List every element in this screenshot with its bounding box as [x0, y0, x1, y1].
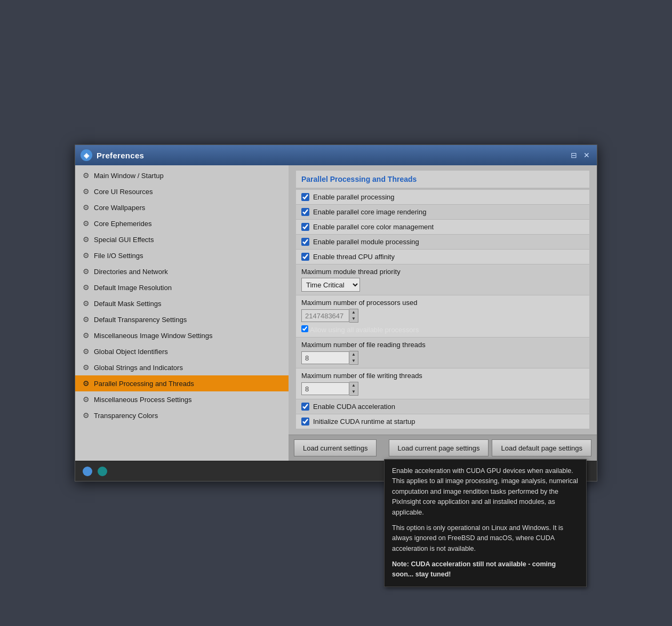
enable-cuda-label[interactable]: Enable CUDA acceleration — [301, 403, 395, 411]
cuda-tooltip: Enable acceleration with CUDA GPU device… — [384, 459, 587, 587]
content-scroll: Parallel Processing and Threads Enable p… — [289, 165, 597, 435]
file-reading-threads-up-button[interactable]: ▲ — [349, 351, 358, 358]
file-reading-threads-spinbox: ▲ ▼ — [301, 351, 358, 365]
enable-parallel-core-image-checkbox[interactable] — [301, 208, 309, 216]
sidebar-item-default-mask-settings[interactable]: ⚙ Default Mask Settings — [75, 295, 289, 311]
enable-thread-cpu-affinity-text: Enable thread CPU affinity — [313, 253, 395, 261]
setting-group-max-processors: Maximum number of processors used ▲ ▼ — [296, 295, 589, 338]
load-current-settings-button[interactable]: Load current settings — [294, 439, 377, 456]
enable-parallel-processing-label[interactable]: Enable parallel processing — [301, 193, 394, 201]
sidebar-item-transparency-colors[interactable]: ⚙ Transparency Colors — [75, 407, 289, 423]
section-title: Parallel Processing and Threads — [301, 175, 417, 183]
sidebar-item-directories-and-network[interactable]: ⚙ Directories and Network — [75, 263, 289, 279]
enable-parallel-processing-text: Enable parallel processing — [313, 193, 394, 201]
sidebar-item-core-wallpapers[interactable]: ⚙ Core Wallpapers — [75, 199, 289, 215]
thread-priority-input-row: Idle Lowest Low Normal High Highest Time… — [301, 278, 584, 292]
setting-group-file-writing-threads: Maximum number of file writing threads ▲… — [296, 368, 589, 399]
main-content: Parallel Processing and Threads Enable p… — [289, 165, 597, 461]
setting-row-enable-cuda: Enable CUDA acceleration — [296, 399, 589, 414]
sidebar-item-main-window[interactable]: ⚙ Main Window / Startup — [75, 167, 289, 183]
gear-icon: ⚙ — [83, 331, 90, 340]
sidebar-item-miscellaneous-process[interactable]: ⚙ Miscellaneous Process Settings — [75, 391, 289, 407]
max-processors-down-button[interactable]: ▼ — [349, 316, 358, 322]
enable-parallel-processing-checkbox[interactable] — [301, 193, 309, 201]
close-button[interactable]: ✕ — [582, 150, 591, 160]
status-left — [83, 467, 107, 476]
gear-icon: ⚙ — [83, 171, 90, 180]
sidebar-item-label: Directories and Network — [94, 268, 168, 276]
gear-icon: ⚙ — [83, 411, 90, 420]
file-writing-threads-input-row: ▲ ▼ — [301, 382, 584, 396]
preferences-window: ◈ Preferences ⊟ ✕ ⚙ Main Window / Startu… — [75, 145, 597, 481]
enable-thread-cpu-affinity-checkbox[interactable] — [301, 253, 309, 261]
app-icon: ◈ — [81, 149, 92, 161]
initialize-cuda-checkbox[interactable] — [301, 418, 309, 426]
initialize-cuda-label[interactable]: Initialize CUDA runtime at startup — [301, 418, 415, 426]
sidebar-item-global-object-identifiers[interactable]: ⚙ Global Object Identifiers — [75, 343, 289, 359]
max-processors-input-row: ▲ ▼ — [301, 309, 584, 323]
enable-parallel-module-label[interactable]: Enable parallel module processing — [301, 238, 419, 246]
setting-row-enable-parallel-core-image: Enable parallel core image rendering — [296, 205, 589, 220]
minimize-button[interactable]: ⊟ — [569, 150, 579, 160]
sidebar-item-file-io-settings[interactable]: ⚙ File I/O Settings — [75, 247, 289, 263]
file-reading-threads-down-button[interactable]: ▼ — [349, 358, 358, 364]
initialize-cuda-text: Initialize CUDA runtime at startup — [313, 418, 415, 426]
file-writing-threads-input[interactable] — [301, 382, 349, 395]
sidebar-item-default-image-resolution[interactable]: ⚙ Default Image Resolution — [75, 279, 289, 295]
file-reading-threads-input[interactable] — [301, 351, 349, 364]
thread-priority-dropdown-container: Idle Lowest Low Normal High Highest Time… — [301, 278, 360, 292]
load-default-page-settings-button[interactable]: Load default page settings — [492, 439, 591, 456]
titlebar: ◈ Preferences ⊟ ✕ — [75, 145, 597, 165]
max-processors-up-button[interactable]: ▲ — [349, 309, 358, 316]
gear-icon: ⚙ — [83, 299, 90, 308]
enable-parallel-core-color-text: Enable parallel core color management — [313, 223, 434, 231]
gear-icon: ⚙ — [83, 219, 90, 228]
sidebar-item-label: File I/O Settings — [94, 252, 143, 260]
sidebar-item-global-strings-and-indicators[interactable]: ⚙ Global Strings and Indicators — [75, 359, 289, 375]
gear-icon: ⚙ — [83, 235, 90, 244]
enable-parallel-core-color-checkbox[interactable] — [301, 223, 309, 231]
sidebar-item-default-transparency-settings[interactable]: ⚙ Default Transparency Settings — [75, 311, 289, 327]
enable-parallel-core-color-label[interactable]: Enable parallel core color management — [301, 223, 434, 231]
file-reading-threads-label: Maximum number of file reading threads — [301, 341, 584, 349]
tooltip-p2: This option is only operational on Linux… — [392, 523, 579, 554]
allow-all-processors-text: Allow using all available processors — [310, 326, 419, 334]
load-current-page-settings-button[interactable]: Load current page settings — [389, 439, 489, 456]
sidebar-item-label: Default Mask Settings — [94, 300, 161, 308]
sidebar-item-label: Core Ephemerides — [94, 220, 151, 228]
allow-all-processors-checkbox[interactable] — [301, 325, 308, 332]
file-writing-threads-down-button[interactable]: ▼ — [349, 389, 358, 395]
footer-buttons: Load current settings Load current page … — [289, 435, 597, 461]
gear-icon: ⚙ — [83, 347, 90, 356]
max-processors-input[interactable] — [301, 309, 349, 322]
setting-group-thread-priority: Maximum module thread priority Idle Lowe… — [296, 264, 589, 295]
max-processors-spinbox-buttons: ▲ ▼ — [349, 309, 358, 323]
sidebar-item-core-ephemerides[interactable]: ⚙ Core Ephemerides — [75, 215, 289, 231]
tooltip-p3: Note: CUDA acceleration still not availa… — [392, 559, 579, 580]
file-writing-threads-spinbox: ▲ ▼ — [301, 382, 358, 396]
content-area: Parallel Processing and Threads Enable p… — [289, 165, 597, 435]
gear-icon: ⚙ — [83, 315, 90, 324]
sidebar-item-label: Global Object Identifiers — [94, 348, 168, 356]
gear-icon: ⚙ — [83, 187, 90, 196]
file-writing-threads-label: Maximum number of file writing threads — [301, 372, 584, 380]
allow-all-processors-label[interactable]: Allow using all available processors — [301, 326, 419, 334]
thread-priority-select[interactable]: Idle Lowest Low Normal High Highest Time… — [301, 278, 360, 292]
thread-priority-label: Maximum module thread priority — [301, 268, 584, 276]
enable-parallel-core-image-label[interactable]: Enable parallel core image rendering — [301, 208, 426, 216]
setting-row-enable-thread-cpu-affinity: Enable thread CPU affinity — [296, 250, 589, 264]
enable-cuda-checkbox[interactable] — [301, 403, 309, 411]
file-writing-threads-up-button[interactable]: ▲ — [349, 382, 358, 389]
status-icon-teal — [98, 467, 107, 476]
sidebar-item-label: Special GUI Effects — [94, 236, 154, 244]
file-writing-threads-spinbox-buttons: ▲ ▼ — [349, 382, 358, 396]
enable-thread-cpu-affinity-label[interactable]: Enable thread CPU affinity — [301, 253, 395, 261]
sidebar-item-parallel-processing[interactable]: ⚙ Parallel Processing and Threads — [75, 375, 289, 391]
titlebar-controls: ⊟ ✕ — [569, 150, 591, 160]
sidebar-item-label: Core UI Resources — [94, 188, 153, 196]
window-title: Preferences — [97, 151, 144, 160]
sidebar-item-miscellaneous-image-window[interactable]: ⚙ Miscellaneous Image Window Settings — [75, 327, 289, 343]
sidebar-item-special-gui-effects[interactable]: ⚙ Special GUI Effects — [75, 231, 289, 247]
enable-parallel-module-checkbox[interactable] — [301, 238, 309, 246]
sidebar-item-core-ui-resources[interactable]: ⚙ Core UI Resources — [75, 183, 289, 199]
